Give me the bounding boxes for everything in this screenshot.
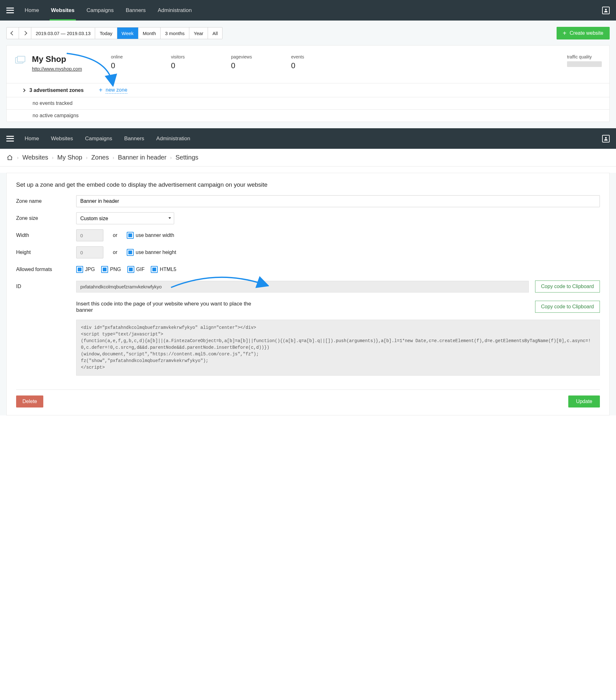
update-button[interactable]: Update [568,396,600,408]
chevron-right-icon: › [86,155,88,160]
copy-id-button[interactable]: Copy code to Clipboard [535,280,600,292]
profile-icon[interactable] [602,7,610,14]
plus-icon: + [563,30,567,36]
id-label: ID [16,284,70,289]
zone-size-label: Zone size [16,215,70,221]
nav-item-banners[interactable]: Banners [123,128,145,149]
next-button[interactable] [19,27,31,39]
period-year[interactable]: Year [189,27,208,39]
zone-settings-card: Set up a zone and get the embed code to … [6,173,610,415]
zone-id-value: pxfatahndkcolmqbuefzramvkekrwfykyo [76,281,529,292]
date-range-display[interactable]: 2019.03.07 — 2019.03.13 [31,27,95,39]
nav-item-websites[interactable]: Websites [50,0,75,21]
top-navbar: HomeWebsitesCampaignsBannersAdministrati… [0,0,616,21]
website-title: My Shop [32,54,104,64]
nav-item-home[interactable]: Home [23,0,40,21]
svg-point-0 [605,9,606,10]
width-label: Width [16,233,70,238]
height-input [76,246,103,259]
website-url-link[interactable]: http://www.myshop.com [32,66,82,72]
create-website-button[interactable]: + Create website [557,27,610,39]
home-icon[interactable] [6,154,13,161]
svg-rect-2 [17,56,25,62]
stat-online: online0 [111,54,149,72]
zones-count-label: 3 advertisement zones [29,88,84,93]
or-label: or [110,233,120,238]
profile-icon[interactable] [602,135,610,142]
second-navbar: HomeWebsitesCampaignsBannersAdministrati… [0,128,616,149]
chevron-right-icon: › [52,155,54,160]
zone-name-input[interactable] [76,195,600,207]
nav-item-campaigns[interactable]: Campaigns [84,128,113,149]
period-all[interactable]: All [208,27,222,39]
chevron-right-icon: › [170,155,172,160]
nav-item-websites[interactable]: Websites [50,128,74,149]
events-row[interactable]: no events tracked [7,97,609,109]
stat-events: events0 [291,54,329,72]
traffic-quality-label: traffic quality [567,54,602,59]
nav-item-home[interactable]: Home [23,128,40,149]
stat-pageviews: pageviews0 [231,54,269,72]
svg-point-3 [605,137,606,138]
zone-size-select[interactable]: Custom size [76,212,174,224]
date-nav-group: 2019.03.07 — 2019.03.13 [6,27,95,39]
traffic-quality-bar [567,61,602,67]
use-banner-width-checkbox[interactable]: use banner width [127,232,174,239]
chevron-right-icon: › [112,155,114,160]
breadcrumb-item[interactable]: Zones [91,154,109,161]
dashboard-section: 2019.03.07 — 2019.03.13 TodayWeekMonth3 … [0,21,616,128]
breadcrumb-item[interactable]: Settings [175,154,198,161]
period-today[interactable]: Today [95,27,116,39]
website-card: My Shop http://www.myshop.com online0vis… [6,45,610,122]
period-3-months[interactable]: 3 months [160,27,189,39]
delete-button[interactable]: Delete [16,396,43,408]
settings-heading: Set up a zone and get the embed code to … [16,181,600,188]
chevron-right-icon: › [17,155,19,160]
period-group: TodayWeekMonth3 monthsYearAll [95,27,222,39]
or-label: or [110,250,120,255]
period-month[interactable]: Month [138,27,161,39]
width-input [76,229,103,241]
nav-item-administration[interactable]: Administration [155,128,192,149]
height-label: Height [16,250,70,255]
breadcrumb-item[interactable]: Banner in header [118,154,166,161]
add-zone-icon[interactable]: + [99,87,103,94]
zones-row[interactable]: 3 advertisement zones + new zone [7,83,609,97]
embed-instruction: Insert this code into the page of your w… [76,301,259,313]
website-icon [14,54,26,72]
format-jpg-checkbox[interactable]: JPG [76,266,95,273]
use-banner-height-checkbox[interactable]: use banner height [127,249,176,256]
stat-visitors: visitors0 [171,54,209,72]
nav-item-administration[interactable]: Administration [157,0,193,21]
allowed-formats-label: Allowed formats [16,266,70,272]
embed-code-box[interactable]: <div id="pxfatahndkcolmqbuefzramvkekrwfy… [76,320,600,376]
date-toolbar: 2019.03.07 — 2019.03.13 TodayWeekMonth3 … [6,27,610,39]
period-week[interactable]: Week [117,27,138,39]
copy-code-button[interactable]: Copy code to Clipboard [535,301,600,313]
new-zone-link[interactable]: new zone [106,87,127,93]
breadcrumb-item[interactable]: Websites [22,154,48,161]
menu-icon[interactable] [6,8,14,13]
campaigns-row[interactable]: no active campaigns [7,109,609,122]
breadcrumb: ›Websites›My Shop›Zones›Banner in header… [0,149,616,166]
breadcrumb-item[interactable]: My Shop [57,154,82,161]
create-website-label: Create website [569,30,603,36]
prev-button[interactable] [7,27,19,39]
chevron-right-icon [22,88,25,92]
menu-icon[interactable] [6,136,14,141]
format-png-checkbox[interactable]: PNG [101,266,121,273]
nav-item-campaigns[interactable]: Campaigns [85,0,115,21]
nav-item-banners[interactable]: Banners [124,0,147,21]
format-html5-checkbox[interactable]: HTML5 [151,266,176,273]
zone-name-label: Zone name [16,198,70,204]
format-gif-checkbox[interactable]: GIF [127,266,145,273]
